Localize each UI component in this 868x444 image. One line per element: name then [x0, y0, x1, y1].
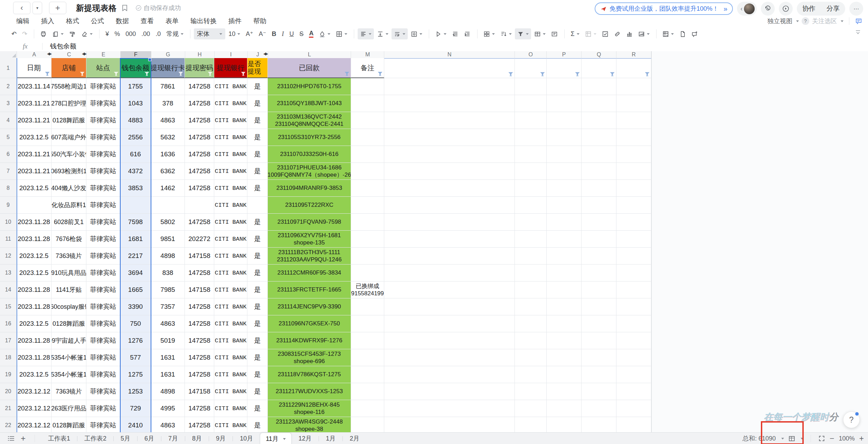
font-size-decrease-button[interactable]: A⁻	[256, 28, 269, 39]
menu-输出转换[interactable]: 输出转换	[185, 17, 223, 26]
header-cell-提现银行卡[interactable]: 提现银行卡	[151, 58, 185, 78]
sheet-tab-9月[interactable]: 9月	[209, 433, 233, 444]
sum-button[interactable]: Σ	[568, 28, 582, 39]
cell-A9[interactable]	[17, 197, 51, 214]
cell-M8[interactable]	[351, 180, 384, 197]
header-cell-店铺[interactable]: 店铺	[51, 58, 86, 78]
column-header-M[interactable]: M	[351, 51, 384, 58]
formula-bar[interactable]: fx 钱包余额	[0, 41, 868, 52]
cell-G12[interactable]: 4898	[151, 248, 185, 265]
cell-A19[interactable]: 2023.12.5	[17, 366, 51, 383]
cell-I8[interactable]: CITI BANK	[214, 180, 247, 197]
cell-I7[interactable]: CITI BANK	[214, 163, 247, 180]
cell-C2[interactable]: 7558枪周边1	[51, 78, 86, 95]
header-cell-N[interactable]	[384, 58, 515, 78]
cell-E20[interactable]: 菲律宾站	[86, 383, 120, 400]
cell-N6[interactable]	[384, 146, 515, 163]
header-cell-是否提现[interactable]: 是否提现	[247, 58, 268, 78]
cell-G19[interactable]: 1631	[151, 366, 185, 383]
cell-J8[interactable]: 是	[247, 180, 268, 197]
row-number[interactable]: 12	[0, 248, 17, 265]
cell-E2[interactable]: 菲律宾站	[86, 78, 120, 95]
column-header-F[interactable]: F	[121, 51, 151, 58]
cell-N10[interactable]	[384, 214, 515, 231]
cell-A5[interactable]: 2023.12.5	[17, 129, 51, 146]
cell-R11[interactable]	[616, 231, 651, 248]
cell-I15[interactable]: CITI BANK	[214, 298, 247, 315]
cell-Q11[interactable]	[582, 231, 616, 248]
header-cell-提现密码[interactable]: 提现密码	[185, 58, 214, 78]
sheet-tab-2月[interactable]: 2月	[343, 433, 366, 444]
font-color-button[interactable]: A	[306, 28, 316, 39]
cell-E9[interactable]: 菲律宾站	[86, 197, 120, 214]
cell-H6[interactable]: 147258	[185, 146, 214, 163]
chart-icon[interactable]	[624, 28, 635, 39]
cell-G14[interactable]: 7985	[151, 281, 185, 298]
cell-R15[interactable]	[616, 298, 651, 315]
form-edit-icon[interactable]	[549, 28, 560, 39]
cell-F13[interactable]: 3694	[120, 265, 151, 281]
cell-A22[interactable]: 2023.12.12	[17, 417, 51, 432]
cell-C4[interactable]: 0128舞蹈服	[51, 112, 86, 129]
row-number[interactable]: 10	[0, 214, 17, 231]
cell-N15[interactable]	[384, 298, 515, 315]
cell-N19[interactable]	[384, 366, 515, 383]
cell-P16[interactable]	[547, 315, 582, 332]
cell-M4[interactable]	[351, 112, 384, 129]
cell-J11[interactable]: 是	[247, 231, 268, 248]
cell-R22[interactable]	[616, 417, 651, 432]
cell-O18[interactable]	[515, 349, 547, 366]
cell-G6[interactable]: 1636	[151, 146, 185, 163]
cell-P12[interactable]	[547, 248, 582, 265]
cell-R14[interactable]	[616, 281, 651, 298]
cell-L2[interactable]: 231102HHPD76T0-1755	[268, 78, 351, 95]
cell-I18[interactable]: CITI BANK	[214, 349, 247, 366]
header-cell-P[interactable]	[547, 58, 582, 78]
cell-M14[interactable]: 已换绑成9155824199	[351, 281, 384, 298]
cell-R3[interactable]	[616, 95, 651, 112]
cell-P5[interactable]	[547, 129, 582, 146]
indent-decrease-icon[interactable]	[450, 28, 461, 39]
cell-L5[interactable]: 231105S310YR73-2556	[268, 129, 351, 146]
cell-I20[interactable]: CITI BANK	[214, 383, 247, 400]
cell-O12[interactable]	[515, 248, 547, 265]
cell-N22[interactable]	[384, 417, 515, 432]
cell-J5[interactable]: 是	[247, 129, 268, 146]
cell-E13[interactable]: 菲律宾站	[86, 265, 120, 281]
cell-E15[interactable]: 菲律宾站	[86, 298, 120, 315]
sheet-tab-8月[interactable]: 8月	[185, 433, 209, 444]
menu-格式[interactable]: 格式	[60, 17, 85, 26]
bookmark-icon[interactable]	[122, 4, 128, 11]
follow-selection-menu[interactable]: 关注选区	[812, 17, 837, 25]
cell-O16[interactable]	[515, 315, 547, 332]
cell-J13[interactable]: 是	[247, 265, 268, 281]
cell-M18[interactable]	[351, 349, 384, 366]
cell-R6[interactable]	[616, 146, 651, 163]
cell-J6[interactable]: 是	[247, 146, 268, 163]
cell-Q10[interactable]	[582, 214, 616, 231]
cell-J15[interactable]: 是	[247, 298, 268, 315]
cell-P14[interactable]	[547, 281, 582, 298]
cell-G11[interactable]: 9851	[151, 231, 185, 248]
cell-L14[interactable]: 231113FRCTETFF-1665	[268, 281, 351, 298]
cell-P2[interactable]	[547, 78, 582, 95]
cell-A20[interactable]: 2023.12.12	[17, 383, 51, 400]
cell-J2[interactable]: 是	[247, 78, 268, 95]
cell-F17[interactable]: 1276	[120, 332, 151, 349]
cell-I4[interactable]: CITI BANK	[214, 112, 247, 129]
cell-H20[interactable]: 147158	[185, 383, 214, 400]
cell-F15[interactable]: 3390	[120, 298, 151, 315]
back-button[interactable]: ‹	[13, 2, 30, 14]
cell-A16[interactable]: 2023.12.5	[17, 315, 51, 332]
cell-C9[interactable]: 化妆品原料1	[51, 197, 86, 214]
cell-L17[interactable]: 231114KDWFRX9F-1276	[268, 332, 351, 349]
sheet-tab-6月[interactable]: 6月	[138, 433, 161, 444]
column-header-C[interactable]: C	[52, 51, 87, 58]
cell-I14[interactable]: CITI BANK	[214, 281, 247, 298]
merge-direction-icon[interactable]	[408, 28, 425, 39]
header-cell-已回款[interactable]: 已回款	[268, 58, 351, 78]
font-size-increase-button[interactable]: A⁺	[243, 28, 256, 39]
cell-H10[interactable]: 147258	[185, 214, 214, 231]
row-number[interactable]: 17	[0, 332, 17, 349]
cell-Q19[interactable]	[582, 366, 616, 383]
